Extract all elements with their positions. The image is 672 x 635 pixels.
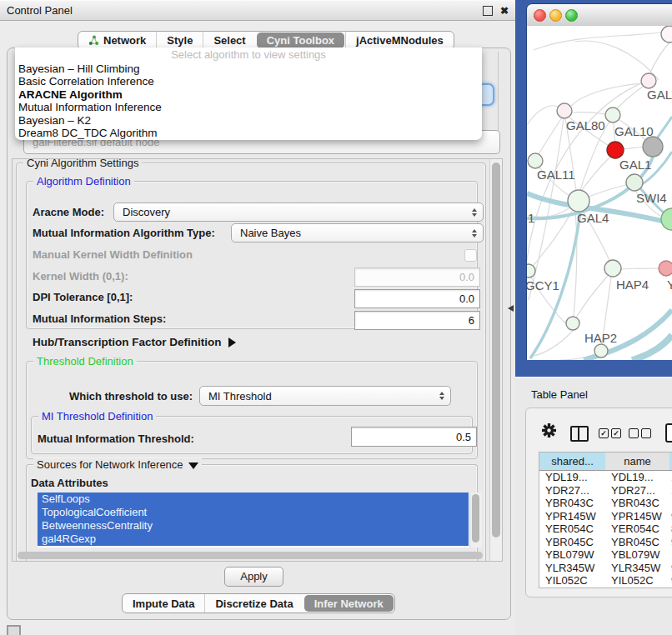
network-window-titlebar[interactable] (527, 4, 672, 27)
network-node[interactable] (643, 137, 663, 157)
aracne-mode-combobox[interactable]: Discovery (113, 202, 484, 222)
columns-icon[interactable] (570, 426, 589, 442)
bottom-tab-impute-data[interactable]: Impute Data (123, 594, 204, 612)
network-canvas[interactable]: GAL2GAL80GAL10GAL1GAL11SWI4GAL41GCY1HAP4… (527, 26, 672, 360)
minimize-traffic-light-icon[interactable] (549, 9, 562, 22)
attribute-item[interactable]: gal4RGexp (38, 532, 469, 546)
network-node-label: GAL10 (614, 124, 654, 138)
table-cell[interactable]: YLR345W (611, 562, 669, 575)
table-cell[interactable]: YIL052C (611, 574, 669, 588)
which-threshold-combobox[interactable]: MI Threshold (199, 386, 451, 406)
dropdown-item[interactable]: Mutual Information Inference (15, 101, 482, 113)
network-edge-highlighted (657, 117, 672, 138)
network-node-hap4[interactable] (604, 260, 621, 277)
network-edge (617, 87, 643, 108)
table-horizontal-scrollbar[interactable] (539, 588, 672, 588)
minimized-panel-icon[interactable] (7, 625, 21, 635)
table-cell[interactable]: YPR145W (545, 510, 604, 523)
network-node-label: GAL1 (619, 158, 651, 172)
cyni-bottom-tabs: Impute DataDiscretize DataInfer Network (122, 593, 395, 613)
tab-label: Network (103, 34, 146, 47)
network-view-window: GAL2GAL80GAL10GAL1GAL11SWI4GAL41GCY1HAP4… (527, 4, 672, 360)
dropdown-item[interactable]: Basic Correlation Inference (15, 75, 482, 88)
table-cell[interactable]: YDR27... (611, 484, 669, 498)
node-attribute-table[interactable]: shared...nameA YDL19...YDL19...13YDR27..… (539, 452, 672, 588)
network-edge (621, 268, 659, 269)
network-node[interactable] (661, 26, 672, 42)
mi-type-combobox[interactable]: Naive Bayes (231, 223, 484, 242)
dropdown-hint: Select algorithm to view settings (15, 48, 482, 62)
network-node-gal10[interactable] (605, 108, 620, 122)
dropdown-item[interactable]: Dream8 DC_TDC Algorithm (15, 127, 482, 139)
network-node-y[interactable] (659, 261, 672, 276)
network-edge (576, 276, 608, 318)
network-node-gal2[interactable] (641, 73, 656, 88)
bottom-tab-infer-network[interactable]: Infer Network (304, 595, 394, 612)
vertical-scrollbar[interactable] (489, 159, 503, 561)
close-icon[interactable]: ✖ (499, 6, 509, 16)
new-table-icon[interactable] (665, 423, 672, 442)
network-node-hap2[interactable] (566, 317, 579, 330)
table-cell[interactable]: YER054C (545, 522, 604, 536)
table-cell[interactable]: YIL052C (545, 574, 604, 588)
table-cell[interactable]: YBR045C (611, 536, 669, 549)
tab-label: Style (167, 34, 193, 47)
dropdown-item[interactable]: Bayesian – Hill Climbing (15, 62, 482, 75)
network-node-gal4[interactable] (568, 190, 589, 212)
mi-threshold-field[interactable]: 0.5 (351, 427, 477, 447)
mi-type-label: Mutual Information Algorithm Type: (33, 227, 215, 239)
attribute-item[interactable]: SelfLoops (38, 492, 469, 506)
table-cell[interactable]: YBR043C (545, 497, 604, 510)
table-cell[interactable]: YDL19... (545, 471, 604, 484)
settings-scrollpane: Cyni Algorithm Settings Algorithm Defini… (12, 158, 503, 562)
network-node-gcy1[interactable] (527, 264, 535, 278)
float-window-icon[interactable] (483, 6, 493, 16)
attribute-item[interactable]: BetweennessCentrality (38, 519, 469, 532)
tab-cyni-toolbox[interactable]: Cyni Toolbox (257, 32, 344, 48)
unselect-all-columns-icon[interactable] (629, 428, 654, 441)
focused-combo-fragment[interactable] (481, 83, 494, 106)
zoom-traffic-light-icon[interactable] (565, 9, 578, 22)
tab-select[interactable]: Select (203, 32, 255, 49)
manual-kernel-checkbox[interactable] (464, 249, 477, 262)
table-header[interactable]: shared... (539, 452, 606, 471)
table-cell[interactable]: YPR145W (611, 510, 669, 523)
network-node-swi4[interactable] (626, 174, 643, 191)
dropdown-item[interactable]: Bayesian – K2 (15, 114, 482, 127)
network-node-gal11[interactable] (528, 153, 543, 168)
combo-arrows-icon (439, 392, 444, 400)
table-cell[interactable]: YLR345W (545, 562, 604, 575)
close-traffic-light-icon[interactable] (534, 9, 546, 22)
control-panel-titlebar: Control Panel ✖ (0, 0, 515, 21)
attributes-list-scrollbar[interactable] (469, 492, 482, 548)
tab-network[interactable]: Network (78, 32, 156, 49)
table-cell[interactable]: YDR27... (545, 484, 604, 498)
table-cell[interactable]: YBL079W (545, 548, 604, 562)
tab-jactivemnodules[interactable]: jActiveMNodules (345, 32, 454, 49)
table-cell[interactable]: YBR043C (611, 497, 669, 510)
table-cell[interactable]: YDL19... (611, 471, 669, 484)
attribute-item[interactable]: TopologicalCoefficient (38, 506, 469, 519)
dropdown-item[interactable]: ARACNE Algorithm (15, 88, 482, 101)
aracne-mode-value: Discovery (123, 206, 170, 218)
table-header[interactable]: name (605, 452, 670, 471)
kernel-width-field[interactable]: 0.0 (354, 268, 480, 287)
network-node-gal80[interactable] (557, 103, 572, 118)
hub-definition-toggle[interactable]: Hub/Transcription Factor Definition (33, 336, 236, 348)
network-edge (649, 42, 669, 74)
table-cell[interactable]: YER054C (611, 522, 669, 536)
network-node-label: SWI4 (636, 191, 667, 205)
horizontal-scrollbar[interactable] (18, 552, 483, 559)
tab-label: jActiveMNodules (356, 34, 444, 47)
mi-steps-field[interactable]: 6 (354, 311, 480, 330)
tab-style[interactable]: Style (156, 32, 203, 49)
network-node[interactable] (594, 344, 608, 358)
select-all-columns-icon[interactable]: ✓✓ (599, 428, 624, 441)
table-cell[interactable]: YBR045C (545, 536, 604, 549)
table-cell[interactable]: YBL079W (611, 548, 669, 562)
dpi-tolerance-field[interactable]: 0.0 (354, 289, 480, 308)
network-node-gal1[interactable] (607, 142, 624, 158)
gear-icon[interactable] (541, 422, 557, 441)
apply-button[interactable]: Apply (224, 567, 283, 587)
bottom-tab-discretize-data[interactable]: Discretize Data (204, 594, 303, 612)
